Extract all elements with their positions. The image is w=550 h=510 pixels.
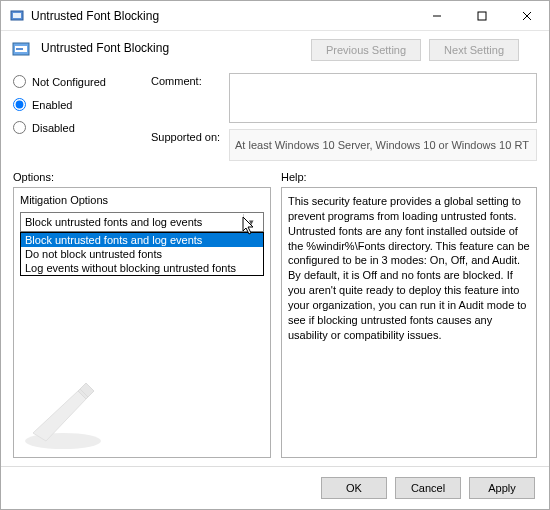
radio-disabled[interactable]: Disabled — [13, 121, 143, 134]
help-label: Help: — [281, 171, 307, 183]
cancel-button[interactable]: Cancel — [395, 477, 461, 499]
comment-label: Comment: — [151, 75, 221, 131]
window-title: Untrusted Font Blocking — [31, 9, 414, 23]
ok-button[interactable]: OK — [321, 477, 387, 499]
app-icon — [9, 8, 25, 24]
radio-not-configured-input[interactable] — [13, 75, 26, 88]
policy-title: Untrusted Font Blocking — [41, 39, 311, 55]
chevron-down-icon: ▾ — [243, 214, 259, 230]
minimize-button[interactable] — [414, 1, 459, 30]
state-radios: Not Configured Enabled Disabled — [13, 73, 143, 161]
radio-label: Enabled — [32, 99, 72, 111]
close-button[interactable] — [504, 1, 549, 30]
radio-label: Disabled — [32, 122, 75, 134]
comment-textarea[interactable] — [229, 73, 537, 123]
dialog-window: Untrusted Font Blocking Untrusted Font B… — [0, 0, 550, 510]
supported-value: At least Windows 10 Server, Windows 10 o… — [235, 139, 529, 151]
help-panel: This security feature provides a global … — [281, 187, 537, 458]
svg-rect-8 — [16, 48, 23, 50]
radio-enabled-input[interactable] — [13, 98, 26, 111]
next-setting-button[interactable]: Next Setting — [429, 39, 519, 61]
dialog-footer: OK Cancel Apply — [1, 466, 549, 509]
radio-not-configured[interactable]: Not Configured — [13, 75, 143, 88]
previous-setting-button[interactable]: Previous Setting — [311, 39, 421, 61]
mitigation-select[interactable]: Block untrusted fonts and log events ▾ — [20, 212, 264, 232]
options-panel: Mitigation Options Block untrusted fonts… — [13, 187, 271, 458]
radio-disabled-input[interactable] — [13, 121, 26, 134]
mitigation-dropdown: Block untrusted fonts and log events Do … — [20, 232, 264, 276]
supported-label: Supported on: — [151, 131, 221, 143]
policy-icon — [11, 39, 33, 61]
mitigation-selected: Block untrusted fonts and log events — [25, 216, 202, 228]
mitigation-option[interactable]: Log events without blocking untrusted fo… — [21, 261, 263, 275]
watermark-icon — [18, 373, 108, 453]
titlebar: Untrusted Font Blocking — [1, 1, 549, 31]
apply-button[interactable]: Apply — [469, 477, 535, 499]
header: Untrusted Font Blocking Previous Setting… — [1, 31, 549, 65]
svg-point-9 — [25, 433, 101, 449]
svg-rect-3 — [478, 12, 486, 20]
help-text: This security feature provides a global … — [288, 195, 530, 341]
radio-enabled[interactable]: Enabled — [13, 98, 143, 111]
mitigation-label: Mitigation Options — [20, 194, 264, 206]
svg-rect-1 — [13, 13, 21, 18]
mitigation-option[interactable]: Block untrusted fonts and log events — [21, 233, 263, 247]
options-label: Options: — [13, 171, 281, 183]
radio-label: Not Configured — [32, 76, 106, 88]
mitigation-option[interactable]: Do not block untrusted fonts — [21, 247, 263, 261]
maximize-button[interactable] — [459, 1, 504, 30]
supported-on-text: At least Windows 10 Server, Windows 10 o… — [229, 129, 537, 161]
